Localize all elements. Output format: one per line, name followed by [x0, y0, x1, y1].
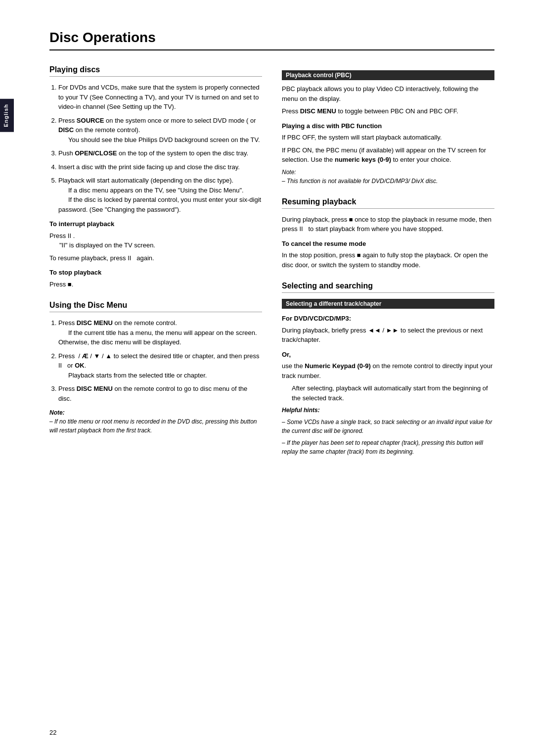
or-label: Or, — [282, 350, 494, 360]
interrupt-body: Press II . "II" is displayed on the TV s… — [49, 231, 262, 250]
playing-discs-title: Playing discs — [49, 65, 262, 77]
resume-text: To resume playback, press II again. — [49, 253, 262, 263]
selecting-bar: Selecting a different track/chapter — [282, 299, 494, 309]
section-resuming: Resuming playback During playback, press… — [282, 197, 494, 270]
section-selecting: Selecting and searching Selecting a diff… — [282, 282, 494, 456]
page-title: Disc Operations — [49, 30, 494, 50]
pbc-body2: Press DISC MENU to toggle between PBC ON… — [282, 106, 494, 116]
list-item: Press DISC MENU on the remote control. I… — [58, 318, 262, 347]
selecting-title: Selecting and searching — [282, 282, 494, 293]
pbc-note: Note: – This function is not available f… — [282, 168, 494, 186]
section-pbc: Playback control (PBC) PBC playback allo… — [282, 70, 494, 186]
hints-label: Helpful hints: — [282, 406, 494, 415]
pbc-bar: Playback control (PBC) — [282, 70, 494, 80]
stop-heading: To stop playback — [49, 268, 262, 278]
list-item: For DVDs and VCDs, make sure that the sy… — [58, 83, 262, 112]
cancel-resume-body: In the stop position, press ■ again to f… — [282, 250, 494, 270]
interrupt-heading: To interrupt playback — [49, 219, 262, 229]
hint2: – If the player has been set to repeat c… — [282, 438, 494, 456]
list-item: Playback will start automatically (depen… — [58, 176, 262, 214]
pbc-sub-heading: Playing a disc with PBC function — [282, 121, 494, 131]
resuming-body1: During playback, press ■ once to stop th… — [282, 215, 494, 234]
left-column: Playing discs For DVDs and VCDs, make su… — [49, 65, 262, 468]
dvd-heading: For DVD/VCD/CD/MP3: — [282, 314, 494, 324]
after-text: After selecting, playback will automatic… — [292, 383, 494, 403]
section-playing-discs: Playing discs For DVDs and VCDs, make su… — [49, 65, 262, 289]
resuming-title: Resuming playback — [282, 197, 494, 209]
dvd-body: During playback, briefly press ◄◄ / ►► t… — [282, 326, 494, 345]
list-item: Insert a disc with the print side facing… — [58, 162, 262, 172]
main-content: Playing discs For DVDs and VCDs, make su… — [49, 65, 494, 468]
cancel-resume-heading: To cancel the resume mode — [282, 239, 494, 249]
list-item: Press DISC MENU on the remote control to… — [58, 384, 262, 403]
or-body: use the Numeric Keypad (0-9) on the remo… — [282, 361, 494, 380]
stop-body: Press ■. — [49, 280, 262, 289]
section-disc-menu: Using the Disc Menu Press DISC MENU on t… — [49, 301, 262, 435]
list-item: Press SOURCE on the system once or more … — [58, 116, 262, 145]
disc-menu-note: Note: – If no title menu or root menu is… — [49, 408, 262, 435]
disc-menu-title: Using the Disc Menu — [49, 301, 262, 312]
page-number: 22 — [49, 729, 56, 736]
disc-menu-steps: Press DISC MENU on the remote control. I… — [49, 318, 262, 403]
right-column: Playback control (PBC) PBC playback allo… — [282, 65, 494, 468]
page: English Disc Operations Playing discs Fo… — [0, 0, 534, 756]
playing-discs-steps: For DVDs and VCDs, make sure that the sy… — [49, 83, 262, 214]
hint1: – Some VCDs have a single track, so trac… — [282, 418, 494, 435]
list-item: Press / Æ / ▼ / ▲ to select the desired … — [58, 351, 262, 380]
pbc-body1: PBC playback allows you to play Video CD… — [282, 84, 494, 103]
pbc-body3: If PBC OFF, the system will start playba… — [282, 133, 494, 142]
sidebar-language-tab: English — [0, 99, 14, 132]
list-item: Push OPEN/CLOSE on the top of the system… — [58, 148, 262, 158]
pbc-body4: If PBC ON, the PBC menu (if available) w… — [282, 145, 494, 165]
